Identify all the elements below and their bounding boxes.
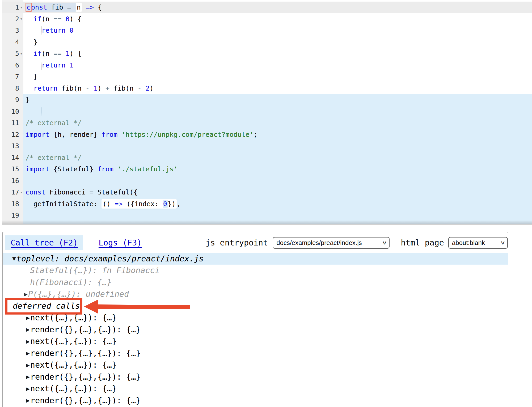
editor-gutter: 1▾2▾345▾67891011121314151617▾181920	[2, 0, 23, 224]
tree-row-render[interactable]: ▶render({},{…},{…}): {…}	[3, 324, 508, 336]
line-number: 2▾	[2, 13, 23, 25]
page-select[interactable]: about:blank ∨	[448, 237, 508, 249]
tree-row-next[interactable]: ▶next({…},{…}): {…}	[3, 312, 508, 324]
tab-logs[interactable]: Logs (F3)	[99, 238, 142, 247]
expand-icon[interactable]: ▶	[26, 397, 30, 404]
code-line-17[interactable]: const Fibonacci = Stateful({	[23, 186, 532, 198]
tree-row-text: toplevel: docs/examples/preact/index.js	[16, 254, 204, 263]
line-number: 6	[2, 60, 23, 71]
code-line-20[interactable]: next: ({index}) => ({index: index + 1}),	[23, 221, 532, 225]
line-number: 20	[2, 221, 23, 225]
indent-guide	[41, 107, 42, 116]
chevron-down-icon: ∨	[382, 240, 387, 246]
code-line-13[interactable]	[23, 140, 532, 152]
line-number: 17▾	[2, 186, 23, 198]
line-number: 18	[2, 198, 23, 210]
line-number: 11	[2, 117, 23, 129]
tree-row-render[interactable]: ▶render({},{…},{…}): {…}	[3, 395, 508, 406]
tree-row-text: Stateful({…}): fn Fibonacci	[30, 266, 160, 275]
code-editor[interactable]: 1▾2▾345▾67891011121314151617▾181920 cons…	[2, 0, 532, 224]
collapse-icon[interactable]: ▼	[12, 255, 16, 262]
fold-icon[interactable]: ▾	[19, 16, 23, 21]
call-tree-link[interactable]: Call tree (F2)	[11, 238, 78, 247]
expand-icon[interactable]: ▶	[26, 362, 30, 368]
tree-row-text: render({},{…},{…}): {…}	[30, 396, 141, 405]
tree-row-text: render({},{…},{…}): {…}	[30, 372, 141, 381]
expand-icon[interactable]: ▶	[26, 326, 30, 333]
entry-select-value: docs/examples/preact/index.js	[276, 239, 362, 247]
code-line-6[interactable]: return 1	[23, 60, 532, 71]
code-line-14[interactable]: /* external */	[23, 152, 532, 164]
debugger-panel: Call tree (F2) Logs (F3) js entrypoint d…	[2, 232, 508, 407]
code-line-12[interactable]: import {h, render} from 'https://unpkg.c…	[23, 129, 532, 141]
code-line-1[interactable]: const fib = n => {	[23, 2, 532, 13]
page-select-value: about:blank	[452, 239, 485, 247]
html-page-label: html page	[401, 238, 444, 247]
tree-row-text: P({…},{…}): undefined	[28, 289, 129, 299]
line-number: 9	[2, 94, 23, 106]
code-line-15[interactable]: import {Stateful} from './stateful.js'	[23, 163, 532, 175]
code-line-11[interactable]: /* external */	[23, 117, 532, 129]
tab-call-tree[interactable]: Call tree (F2)	[5, 235, 83, 250]
line-number: 1▾	[2, 2, 23, 13]
tree-row-text: next({…},{…}): {…}	[30, 360, 117, 370]
line-number: 15	[2, 163, 23, 175]
tree-row-render[interactable]: ▶render({},{…},{…}): {…}	[3, 347, 508, 359]
call-tree: ▼toplevel: docs/examples/preact/index.js…	[3, 253, 508, 406]
code-line-9[interactable]: }	[23, 94, 532, 106]
bluebox-highlight: 0	[163, 200, 168, 208]
expand-icon[interactable]: ▶	[26, 314, 30, 321]
tree-row-text: h(Fibonacci): {…}	[30, 278, 112, 287]
expand-icon[interactable]: ▶	[26, 338, 30, 345]
tree-row-next[interactable]: ▶next({…},{…}): {…}	[3, 336, 508, 347]
whitebox-highlight: () => ({index: 0})	[102, 199, 177, 209]
tree-row-text: next({…},{…}): {…}	[30, 384, 117, 393]
code-line-19[interactable]	[23, 210, 532, 221]
tree-row-next[interactable]: ▶next({…},{…}): {…}	[3, 383, 508, 395]
occ-highlight: n	[76, 3, 82, 12]
code-line-5[interactable]: if(n == 1) {	[23, 48, 532, 60]
code-line-4[interactable]: }	[23, 36, 532, 48]
line-number: 8	[2, 83, 23, 94]
tree-row-stateful: Stateful({…}): fn Fibonacci	[3, 265, 508, 277]
expand-icon[interactable]: ▶	[26, 350, 30, 357]
tree-row-render[interactable]: ▶render({},{…},{…}): {…}	[3, 371, 508, 383]
expand-icon[interactable]: ▶	[24, 291, 28, 298]
tree-row-text: next({…},{…}): {…}	[30, 313, 117, 322]
js-entrypoint-label: js entrypoint	[205, 238, 268, 247]
fold-icon[interactable]: ▾	[19, 51, 23, 56]
indent-guide	[41, 61, 42, 70]
tree-row-next[interactable]: ▶next({…},{…}): {…}	[3, 359, 508, 371]
tree-row-p[interactable]: ▶P({…},{…}): undefined	[3, 288, 508, 300]
line-number: 19	[2, 210, 23, 221]
line-number: 10	[2, 106, 23, 117]
fold-icon[interactable]: ▾	[19, 190, 23, 195]
tree-row-text: deferred calls	[13, 301, 80, 311]
fold-icon[interactable]: ▾	[19, 5, 23, 10]
editor-code-area[interactable]: const fib = n => { if(n == 0) { return 0…	[23, 0, 532, 224]
expand-icon[interactable]: ▶	[26, 385, 30, 392]
tokhl-highlight: const fib =	[26, 3, 76, 12]
entry-select[interactable]: docs/examples/preact/index.js ∨	[273, 237, 390, 249]
indent-guide	[41, 26, 42, 35]
expand-icon[interactable]: ▶	[26, 373, 30, 380]
code-line-8[interactable]: return fib(n - 1) + fib(n - 2)	[23, 83, 532, 94]
code-line-2[interactable]: if(n == 0) {	[23, 13, 532, 25]
line-number: 16	[2, 175, 23, 187]
tree-row-text: next({…},{…}): {…}	[30, 337, 117, 346]
code-line-16[interactable]	[23, 175, 532, 187]
line-number: 7	[2, 71, 23, 83]
line-number: 5▾	[2, 48, 23, 60]
line-number: 3	[2, 25, 23, 36]
code-line-3[interactable]: return 0	[23, 25, 532, 36]
code-line-10[interactable]	[23, 106, 532, 117]
chevron-down-icon: ∨	[500, 240, 505, 246]
tree-row-toplevel[interactable]: ▼toplevel: docs/examples/preact/index.js	[3, 253, 508, 265]
tree-row-h: h(Fibonacci): {…}	[3, 276, 508, 288]
line-number: 12	[2, 129, 23, 141]
line-number: 13	[2, 140, 23, 152]
code-line-7[interactable]: }	[23, 71, 532, 83]
tree-row-text: render({},{…},{…}): {…}	[30, 325, 141, 334]
tree-row-text: render({},{…},{…}): {…}	[30, 349, 141, 358]
code-line-18[interactable]: getInitialState: () => ({index: 0}),	[23, 198, 532, 210]
